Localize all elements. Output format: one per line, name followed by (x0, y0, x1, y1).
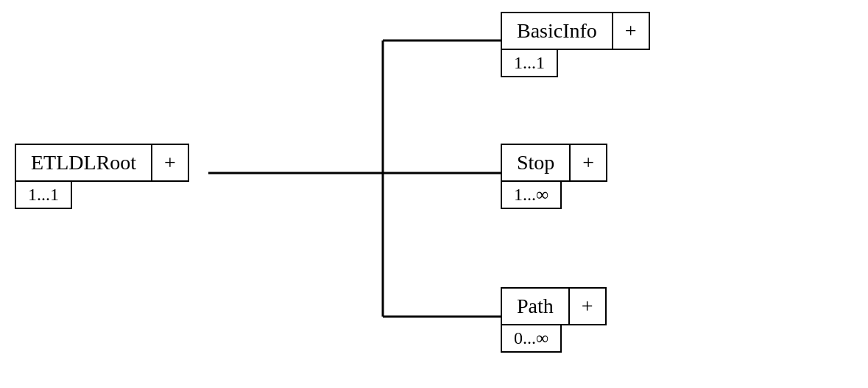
node-stop: Stop + 1...∞ (501, 144, 607, 209)
node-stop-label: Stop (502, 145, 571, 180)
node-basicinfo-plus[interactable]: + (613, 13, 649, 49)
node-root: ETLDLRoot + 1...1 (15, 144, 189, 209)
node-basicinfo-multiplicity: 1...1 (501, 49, 558, 77)
node-stop-main: Stop + (501, 144, 607, 182)
node-root-main: ETLDLRoot + (15, 144, 189, 182)
diagram-container: ETLDLRoot + 1...1 BasicInfo + 1...1 Stop… (0, 0, 868, 388)
node-path: Path + 0...∞ (501, 287, 607, 353)
node-root-plus[interactable]: + (152, 145, 188, 180)
node-path-label: Path (502, 289, 570, 324)
node-stop-plus[interactable]: + (571, 145, 606, 180)
node-stop-multiplicity: 1...∞ (501, 180, 562, 209)
node-path-multiplicity: 0...∞ (501, 324, 562, 353)
node-path-main: Path + (501, 287, 607, 325)
node-root-multiplicity: 1...1 (15, 180, 72, 209)
node-basicinfo-main: BasicInfo + (501, 12, 650, 50)
node-path-plus[interactable]: + (570, 289, 605, 324)
node-basicinfo: BasicInfo + 1...1 (501, 12, 650, 77)
node-root-label: ETLDLRoot (16, 145, 152, 180)
node-basicinfo-label: BasicInfo (502, 13, 613, 49)
